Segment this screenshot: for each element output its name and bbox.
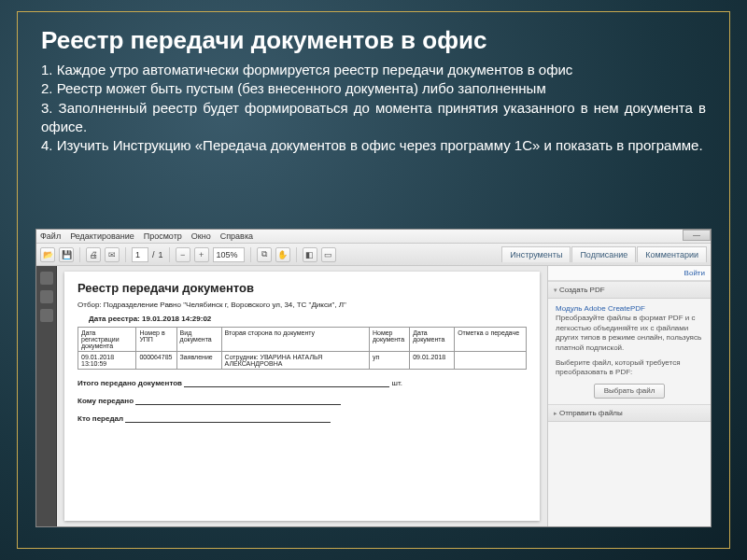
menubar: Файл Редактирование Просмотр Окно Справк… — [36, 230, 711, 244]
misc2-icon[interactable]: ▭ — [321, 247, 336, 262]
menu-view[interactable]: Просмотр — [144, 231, 182, 241]
tool-icon[interactable]: ⧉ — [257, 247, 272, 262]
col-upp-num: Номер в УПП — [136, 328, 176, 352]
register-table: Дата регистрации документа Номер в УПП В… — [78, 327, 527, 370]
doc-title: Реестр передачи документов — [78, 281, 527, 295]
page-sep: / — [152, 250, 155, 259]
attach-icon[interactable] — [40, 309, 53, 322]
menu-edit[interactable]: Редактирование — [70, 231, 134, 241]
table-row: 09.01.2018 13:10:59 000064785 Заявление … — [78, 352, 527, 370]
pdf-reader-window: — Файл Редактирование Просмотр Окно Спра… — [35, 229, 712, 527]
col-party: Вторая сторона по документу — [221, 328, 369, 352]
side-nav — [36, 266, 57, 526]
total-label: Итого передано документов — [78, 379, 182, 387]
filter-label: Отбор: — [78, 301, 102, 309]
right-panel: Войти Создать PDF Модуль Adobe CreatePDF… — [547, 266, 711, 526]
filter-value: Подразделение Равно "Челябинск г, Воровс… — [104, 301, 346, 309]
document-page: Реестр передачи документов Отбор: Подраз… — [64, 272, 540, 521]
tab-comments[interactable]: Комментарии — [637, 246, 707, 262]
col-doc-type: Вид документа — [176, 328, 221, 352]
module-desc: Преобразуйте файлы в формат PDF и с легк… — [556, 314, 703, 353]
col-doc-date: Дата документа — [410, 328, 455, 352]
reg-date-label: Дата реестра: — [89, 315, 140, 323]
col-reg-date: Дата регистрации документа — [78, 328, 136, 352]
mail-icon[interactable]: ✉ — [105, 247, 120, 262]
tab-tools[interactable]: Инструменты — [501, 246, 571, 262]
zoom-field[interactable]: 105% — [213, 247, 245, 262]
module-link[interactable]: Модуль Adobe CreatePDF — [556, 304, 703, 314]
who-label: Кто передал — [78, 414, 123, 423]
toolbar: 📂 💾 🖨 ✉ 1 / 1 − + 105% ⧉ ✋ ◧ ▭ Инструмен… — [36, 244, 711, 266]
menu-window[interactable]: Окно — [191, 231, 211, 241]
print-icon[interactable]: 🖨 — [86, 247, 101, 262]
window-control[interactable]: — — [683, 230, 711, 241]
document-viewport[interactable]: Реестр передачи документов Отбор: Подраз… — [57, 266, 547, 526]
zoom-in-icon[interactable]: + — [194, 247, 209, 262]
section-create-pdf[interactable]: Создать PDF — [548, 281, 711, 299]
login-link[interactable]: Войти — [548, 266, 711, 281]
page-total: 1 — [159, 250, 163, 259]
select-file-button[interactable]: Выбрать файл — [594, 384, 666, 399]
select-file-label: Выберите файл, который требуется преобра… — [556, 358, 703, 378]
misc-icon[interactable]: ◧ — [303, 247, 317, 262]
to-whom-label: Кому передано — [78, 397, 134, 405]
menu-help[interactable]: Справка — [220, 231, 253, 241]
col-doc-num: Номер документа — [369, 328, 409, 352]
section-send-files[interactable]: Отправить файлы — [548, 404, 711, 422]
menu-file[interactable]: Файл — [40, 231, 61, 241]
zoom-out-icon[interactable]: − — [176, 247, 190, 262]
total-unit: шт. — [391, 379, 402, 387]
open-icon[interactable]: 📂 — [40, 247, 55, 262]
thumb-icon[interactable] — [40, 272, 53, 285]
page-current[interactable]: 1 — [132, 247, 148, 262]
save-icon[interactable]: 💾 — [59, 247, 74, 262]
bookmark-icon[interactable] — [40, 290, 53, 303]
hand-icon[interactable]: ✋ — [275, 247, 290, 262]
tab-sign[interactable]: Подписание — [571, 246, 636, 262]
reg-date-value: 19.01.2018 14:29:02 — [142, 315, 211, 323]
col-mark: Отметка о передаче — [455, 328, 527, 352]
